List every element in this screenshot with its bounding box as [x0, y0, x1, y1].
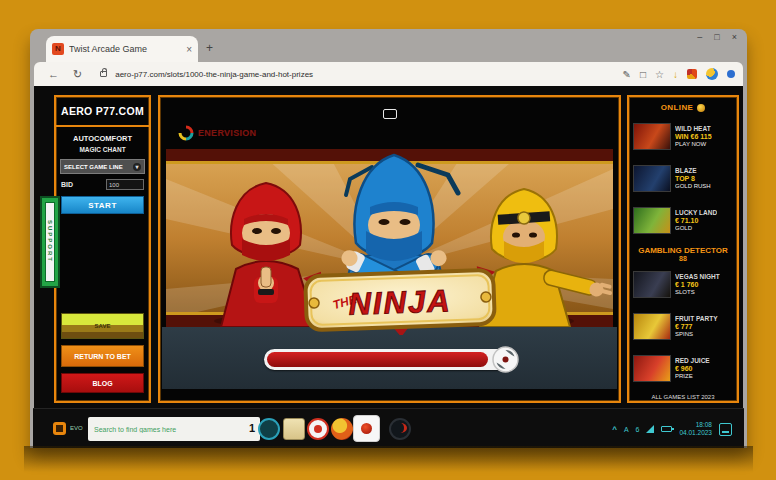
right-sidebar: ONLINE WILD HEAT WIN €6 115 PLAY NOW BLA…	[627, 95, 739, 403]
game-item-title: VEGAS NIGHT	[675, 273, 720, 280]
battery-icon	[661, 426, 672, 432]
support-tab-inner: SUPPORT	[45, 202, 55, 282]
start-button[interactable]: START	[61, 196, 144, 214]
game-thumbnail	[633, 355, 671, 382]
taskbar-app-media-icon[interactable]	[307, 418, 329, 440]
game-thumbnail	[633, 165, 671, 192]
bookmark-star-icon[interactable]: ☆	[655, 69, 664, 80]
game-item-prize: € 777	[675, 323, 718, 330]
game-frame: ENERVISION	[158, 95, 621, 403]
taskbar-app-active-icon[interactable]	[353, 415, 380, 442]
provider-name: ENERVISION	[198, 128, 256, 138]
game-thumbnail	[633, 313, 671, 340]
web-page: SUPPORT AERO P77.COM AUTOCOMFORT MAGIC C…	[34, 86, 743, 408]
close-button[interactable]: ×	[732, 31, 737, 43]
network-icon[interactable]	[646, 425, 654, 433]
tray-expand-icon[interactable]: ^	[612, 425, 617, 434]
game-item-prize: WIN €6 115	[675, 133, 712, 140]
left-sidebar: AERO P77.COM AUTOCOMFORT MAGIC CHANT SEL…	[54, 95, 151, 403]
tray-date: 04.01.2023	[679, 429, 712, 437]
toolbar-actions: ✎ □ ☆ ↓	[623, 68, 735, 80]
taskbar-app-files-icon[interactable]	[283, 418, 305, 440]
game-item-prize: € 71.10	[675, 217, 717, 224]
online-section-header: ONLINE	[633, 101, 733, 114]
bid-label: BID	[61, 181, 73, 188]
loading-bar-fill	[267, 352, 489, 367]
game-list-item[interactable]: FRUIT PARTY € 777 SPINS	[633, 306, 733, 346]
game-list-item[interactable]: BLAZE TOP 8 GOLD RUSH	[633, 158, 733, 198]
game-item-note: SPINS	[675, 331, 718, 337]
game-item-note: GOLD	[675, 225, 717, 231]
taskbar-search-input[interactable]	[88, 417, 260, 441]
browser-window: – □ × N Twist Arcade Game × + ← ↻ aero-p…	[30, 29, 747, 448]
sidebar-footer: ALL GAMES LIST 2023	[633, 394, 733, 400]
extensions-icon[interactable]	[687, 69, 697, 79]
game-item-text: FRUIT PARTY € 777 SPINS	[675, 315, 718, 337]
game-item-prize: € 1 760	[675, 281, 720, 288]
provider-swirl-icon	[178, 125, 194, 141]
reload-icon[interactable]: ↻	[73, 68, 82, 81]
download-icon[interactable]: ↓	[673, 69, 678, 80]
sidebar-heading: AUTOCOMFORT	[56, 134, 149, 143]
sun-icon	[697, 104, 705, 112]
window-shadow	[24, 446, 753, 472]
browser-menu-icon[interactable]	[727, 70, 735, 78]
game-item-title: FRUIT PARTY	[675, 315, 718, 322]
tray-mini-icon-1: A	[624, 426, 629, 433]
desktop: – □ × N Twist Arcade Game × + ← ↻ aero-p…	[0, 0, 776, 480]
back-icon[interactable]: ←	[48, 68, 59, 80]
tab-close-icon[interactable]: ×	[186, 44, 192, 55]
shuriken-spinner-icon	[492, 346, 519, 373]
game-title-banner: THE NINJA	[300, 265, 500, 335]
tray-mini-icon-2: 6	[636, 426, 640, 433]
gambling-section-title: GAMBLING DETECTOR	[633, 246, 733, 255]
profile-avatar[interactable]	[706, 68, 718, 80]
game-list-item[interactable]: VEGAS NIGHT € 1 760 SLOTS	[633, 264, 733, 304]
new-tab-button[interactable]: +	[206, 41, 213, 55]
browser-toolbar: ← ↻ aero-p77.com/slots/1000-the-ninja-ga…	[34, 62, 743, 86]
search-badge: 1	[249, 422, 255, 434]
address-bar[interactable]: aero-p77.com/slots/1000-the-ninja-game-a…	[115, 70, 535, 79]
maximize-button[interactable]: □	[714, 31, 719, 43]
notification-icon[interactable]	[719, 423, 732, 436]
game-line-select[interactable]: SELECT GAME LINE ▾	[60, 159, 145, 174]
game-title: NINJA	[348, 283, 452, 322]
start-label: EVO	[70, 425, 83, 431]
game-item-text: VEGAS NIGHT € 1 760 SLOTS	[675, 273, 720, 295]
game-item-title: BLAZE	[675, 167, 711, 174]
taskbar-app-browser-icon[interactable]	[258, 418, 280, 440]
browser-tab[interactable]: N Twist Arcade Game ×	[46, 36, 198, 62]
save-banner[interactable]: SAVE	[61, 313, 144, 339]
fullscreen-icon[interactable]	[383, 109, 397, 119]
game-item-title: LUCKY LAND	[675, 209, 717, 216]
game-list-item[interactable]: LUCKY LAND € 71.10 GOLD	[633, 200, 733, 240]
taskbar-app-opera-icon[interactable]	[389, 418, 411, 440]
game-list-item[interactable]: WILD HEAT WIN €6 115 PLAY NOW	[633, 116, 733, 156]
edit-icon[interactable]: ✎	[623, 69, 631, 80]
game-item-title: RED JUICE	[675, 357, 710, 364]
game-thumbnail	[633, 123, 671, 150]
gambling-section-subtitle: 88	[633, 255, 733, 262]
chevron-down-icon: ▾	[133, 163, 141, 171]
game-item-prize: € 960	[675, 365, 710, 372]
tray-clock[interactable]: 18:08 04.01.2023	[679, 421, 712, 437]
game-item-text: LUCKY LAND € 71.10 GOLD	[675, 209, 717, 231]
game-item-note: SLOTS	[675, 289, 720, 295]
taskbar: EVO 1 ^ A 6 18:08 04.01.2023	[33, 408, 744, 448]
game-list-item[interactable]: RED JUICE € 960 PRIZE	[633, 348, 733, 388]
blog-button[interactable]: BLOG	[61, 373, 144, 393]
online-section-title: ONLINE	[661, 103, 694, 112]
bid-input[interactable]	[106, 179, 144, 190]
support-tab[interactable]: SUPPORT	[40, 196, 60, 288]
game-item-note: GOLD RUSH	[675, 183, 711, 189]
site-logo[interactable]: AERO P77.COM	[56, 97, 149, 127]
loading-bar	[264, 349, 516, 370]
window-icon[interactable]: □	[640, 69, 646, 80]
minimize-button[interactable]: –	[697, 31, 702, 43]
window-controls: – □ ×	[697, 31, 737, 43]
return-to-bet-button[interactable]: RETURN TO BET	[61, 345, 144, 367]
start-menu-icon[interactable]	[53, 422, 66, 435]
support-tab-label: SUPPORT	[47, 220, 53, 263]
taskbar-app-game-icon[interactable]	[331, 418, 353, 440]
tray-time: 18:08	[696, 421, 712, 429]
